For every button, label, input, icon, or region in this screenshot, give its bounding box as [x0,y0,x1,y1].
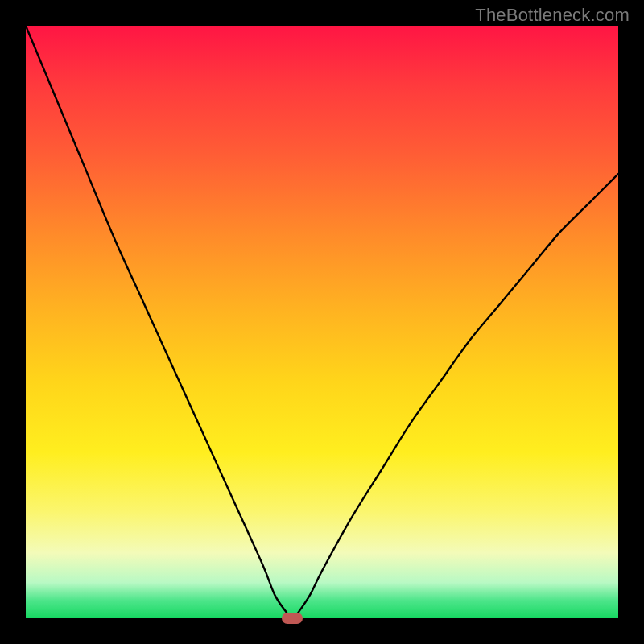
plot-area [26,26,618,618]
watermark-text: TheBottleneck.com [475,5,630,26]
bottleneck-curve [26,26,618,618]
optimal-point-marker [282,613,303,624]
chart-frame: TheBottleneck.com [0,0,644,644]
